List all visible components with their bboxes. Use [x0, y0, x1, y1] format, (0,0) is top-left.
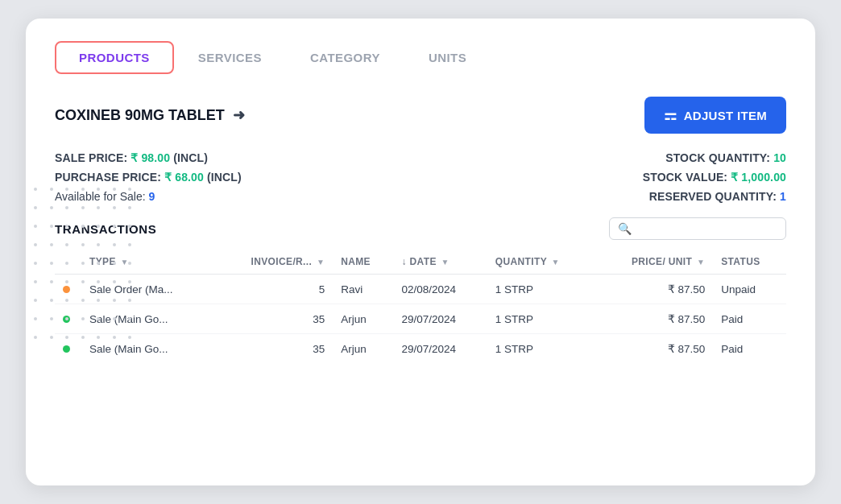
row-status: Paid [713, 334, 786, 364]
info-left: SALE PRICE: ₹ 98.00 (incl) PURCHASE PRIC… [55, 151, 242, 203]
stock-quantity-row: STOCK QUANTITY: 10 [643, 151, 786, 164]
stock-value-label: STOCK VALUE: [643, 171, 727, 184]
row-name: Ravi [333, 275, 393, 304]
sort-icon-date: ▼ [441, 258, 450, 266]
sort-icon-price: ▼ [697, 258, 705, 266]
main-card: PRODUCTSSERVICESCATEGORYUNITS COXINEB 90… [26, 19, 815, 485]
stock-quantity-value: 10 [773, 151, 786, 164]
table-row: Sale Order (Ma...5Ravi02/08/20241 STRP₹ … [55, 275, 786, 304]
row-status: Paid [713, 304, 786, 334]
row-type: Sale (Main Go... [81, 304, 213, 334]
row-dot-cell [55, 334, 81, 364]
table-row: Sale (Main Go...35Arjun29/07/20241 STRP₹… [55, 334, 786, 364]
sale-price-label: SALE PRICE: [55, 151, 127, 164]
transactions-header: TRANSACTIONS 🔍 [55, 217, 786, 240]
row-dot-cell [55, 275, 81, 304]
purchase-price-value: ₹ 68.00 [164, 171, 204, 184]
sale-price-value: ₹ 98.00 [130, 151, 170, 164]
status-dot [63, 286, 70, 293]
info-right: STOCK QUANTITY: 10 STOCK VALUE: ₹ 1,000.… [643, 151, 786, 203]
stock-value-value: ₹ 1,000.00 [731, 171, 786, 184]
table-header-row: TYPE ▼ INVOICE/R... ▼ NAME ↓ DATE ▼ QUAN… [55, 250, 786, 275]
search-icon: 🔍 [618, 222, 632, 235]
th-quantity: QUANTITY ▼ [487, 250, 594, 275]
product-title: COXINEB 90MG TABLET ➜ [55, 106, 245, 124]
tab-products[interactable]: PRODUCTS [55, 41, 174, 74]
th-name: NAME [333, 250, 393, 275]
row-date: 29/07/2024 [394, 334, 487, 364]
table-row: Sale (Main Go...35Arjun29/07/20241 STRP₹… [55, 304, 786, 334]
row-status: Unpaid [713, 275, 786, 304]
row-invoice: 35 [213, 304, 333, 334]
row-name: Arjun [333, 304, 393, 334]
tab-units[interactable]: UNITS [404, 41, 491, 74]
available-value: 9 [148, 190, 155, 203]
row-price-unit: ₹ 87.50 [594, 304, 713, 334]
available-row: Available for Sale: 9 [55, 190, 242, 203]
purchase-price-row: PURCHASE PRICE: ₹ 68.00 (incl) [55, 171, 242, 184]
search-box[interactable]: 🔍 [609, 217, 786, 240]
th-date: ↓ DATE ▼ [394, 250, 487, 275]
product-info-grid: SALE PRICE: ₹ 98.00 (incl) PURCHASE PRIC… [55, 151, 786, 203]
available-label: Available for Sale: [55, 190, 146, 203]
row-type: Sale Order (Ma... [81, 275, 213, 304]
search-input[interactable] [636, 223, 777, 235]
table-header: TYPE ▼ INVOICE/R... ▼ NAME ↓ DATE ▼ QUAN… [55, 250, 786, 275]
sale-price-suffix: (incl) [173, 151, 208, 164]
product-header: COXINEB 90MG TABLET ➜ ⚎ ADJUST ITEM [55, 97, 786, 134]
sort-icon-quantity: ▼ [551, 258, 559, 266]
reserved-quantity-value: 1 [780, 190, 786, 203]
adjust-item-label: ADJUST ITEM [684, 109, 767, 122]
th-type-label: TYPE ▼ [81, 250, 213, 275]
row-quantity: 1 STRP [487, 334, 594, 364]
row-date: 29/07/2024 [394, 304, 487, 334]
transactions-table: TYPE ▼ INVOICE/R... ▼ NAME ↓ DATE ▼ QUAN… [55, 250, 786, 363]
row-quantity: 1 STRP [487, 304, 594, 334]
tab-category[interactable]: CATEGORY [286, 41, 404, 74]
adjust-item-button[interactable]: ⚎ ADJUST ITEM [644, 97, 786, 134]
row-dot-cell [55, 304, 81, 334]
tab-bar: PRODUCTSSERVICESCATEGORYUNITS [55, 41, 786, 74]
reserved-quantity-label: RESERVED QUANTITY: [649, 190, 777, 203]
th-status: STATUS [713, 250, 786, 275]
row-type: Sale (Main Go... [81, 334, 213, 364]
row-invoice: 35 [213, 334, 333, 364]
transactions-title: TRANSACTIONS [55, 222, 156, 236]
sort-icon-invoice: ▼ [317, 258, 325, 266]
status-dot [63, 345, 70, 353]
share-icon[interactable]: ➜ [233, 106, 245, 124]
th-type [55, 250, 81, 275]
table-body: Sale Order (Ma...5Ravi02/08/20241 STRP₹ … [55, 275, 786, 364]
row-price-unit: ₹ 87.50 [594, 334, 713, 364]
product-name: COXINEB 90MG TABLET [55, 107, 225, 124]
th-invoice: INVOICE/R... ▼ [213, 250, 333, 275]
status-dot [63, 316, 70, 323]
th-price: PRICE/ UNIT ▼ [594, 250, 713, 275]
stock-value-row: STOCK VALUE: ₹ 1,000.00 [643, 171, 786, 184]
reserved-quantity-row: RESERVED QUANTITY: 1 [643, 190, 786, 203]
sort-icon-type: ▼ [120, 258, 128, 266]
row-name: Arjun [333, 334, 393, 364]
purchase-price-label: PURCHASE PRICE: [55, 171, 161, 184]
sliders-icon: ⚎ [664, 106, 677, 124]
sale-price-row: SALE PRICE: ₹ 98.00 (incl) [55, 151, 242, 164]
row-invoice: 5 [213, 275, 333, 304]
stock-quantity-label: STOCK QUANTITY: [665, 151, 770, 164]
tab-services[interactable]: SERVICES [174, 41, 286, 74]
row-date: 02/08/2024 [394, 275, 487, 304]
purchase-price-suffix: (incl) [207, 171, 242, 184]
row-quantity: 1 STRP [487, 275, 594, 304]
row-price-unit: ₹ 87.50 [594, 275, 713, 304]
